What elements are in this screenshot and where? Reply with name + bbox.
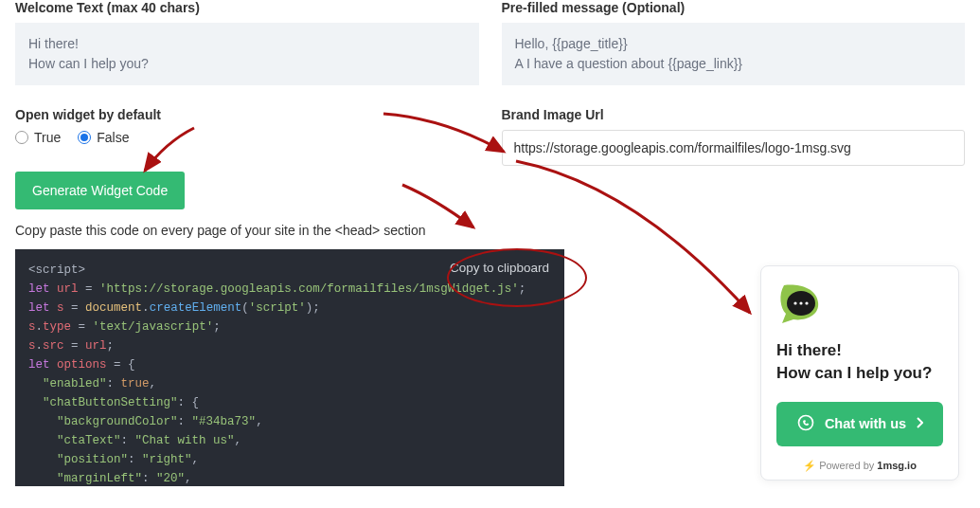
code-position: right — [150, 453, 186, 466]
copy-paste-hint: Copy paste this code on every page of yo… — [15, 223, 965, 238]
code-enabled: true — [121, 377, 150, 390]
radio-unchecked-icon — [15, 131, 28, 144]
prefilled-message-input[interactable] — [502, 23, 966, 85]
code-type: text/javascript — [99, 320, 206, 334]
chat-with-us-button[interactable]: Chat with us — [776, 402, 943, 446]
bolt-icon: ⚡ — [803, 460, 816, 471]
brand-image-url-input[interactable] — [502, 130, 966, 166]
svg-point-1 — [793, 301, 796, 304]
powered-by-text: ⚡ Powered by 1msg.io — [776, 460, 943, 472]
brand-image-url-label: Brand Image Url — [502, 107, 966, 122]
code-snippet-container: Copy to clipboard <script> let url = 'ht… — [15, 249, 564, 486]
copy-to-clipboard-button[interactable]: Copy to clipboard — [442, 255, 557, 281]
radio-false-label: False — [97, 130, 129, 145]
brand-logo-icon — [776, 283, 943, 326]
prefilled-message-label: Pre-filled message (Optional) — [502, 0, 966, 15]
widget-welcome-line1: Hi there! — [776, 339, 943, 362]
svg-point-3 — [805, 301, 808, 304]
welcome-text-label: Welcome Text (max 40 chars) — [15, 0, 479, 15]
cta-text: Chat with us — [825, 416, 906, 431]
widget-welcome-line2: How can I help you? — [776, 362, 943, 385]
open-default-label: Open widget by default — [15, 107, 479, 122]
svg-point-2 — [799, 301, 802, 304]
open-default-true-radio[interactable]: True — [15, 130, 61, 145]
generate-widget-code-button[interactable]: Generate Widget Code — [15, 172, 185, 209]
code-url: https://storage.googleapis.com/formailfi… — [107, 282, 512, 296]
powered-brand: 1msg.io — [877, 460, 917, 471]
svg-point-4 — [798, 415, 812, 429]
whatsapp-icon — [796, 413, 815, 435]
radio-checked-icon — [78, 131, 91, 144]
code-ml: 20 — [164, 472, 178, 485]
welcome-text-input[interactable] — [15, 23, 479, 85]
code-snippet[interactable]: <script> let url = 'https://storage.goog… — [15, 249, 564, 486]
widget-preview-card: Hi there! How can I help you? Chat with … — [760, 265, 959, 481]
open-default-false-radio[interactable]: False — [78, 130, 129, 145]
code-bgcolor: #34ba73 — [199, 415, 249, 428]
code-ctatext: Chat with us — [142, 434, 227, 447]
chevron-right-icon — [916, 416, 923, 431]
radio-true-label: True — [34, 130, 61, 145]
